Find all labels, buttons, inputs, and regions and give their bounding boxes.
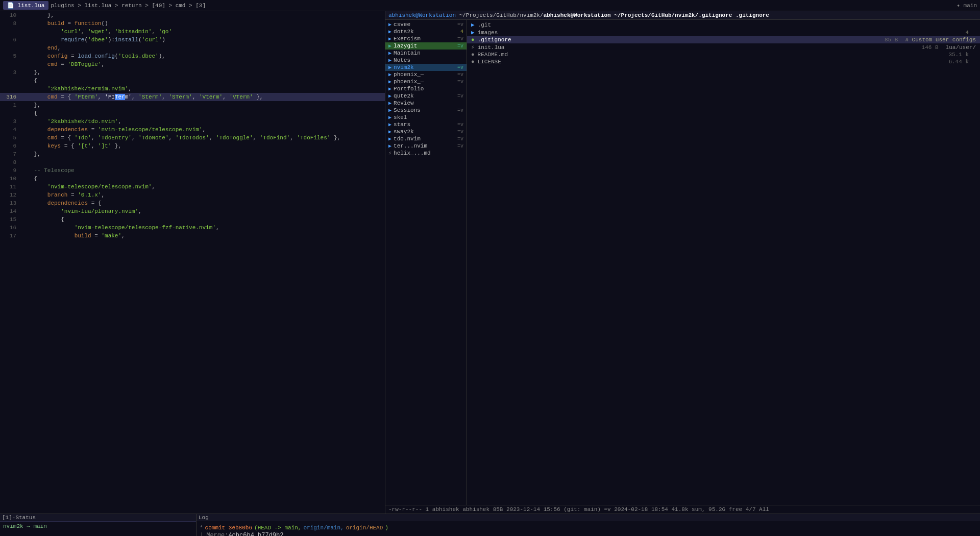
main-layout: 10 }, 8 build = function() 'curl', 'wget… [0,11,980,514]
dir-item[interactable]: ▶ ter...nvim =v [385,142,467,150]
file-detail-item[interactable]: ▶ images 4 [467,29,980,36]
folder-icon: ▶ [388,79,391,85]
dir-item[interactable]: ▶ tdo.nvim =v [385,135,467,142]
code-panel: 10 }, 8 build = function() 'curl', 'wget… [0,11,385,514]
dir-item[interactable]: ▶ phoenix_— =v [385,71,467,78]
dir-item[interactable]: ▶ Portfolio [385,85,467,92]
code-line: 5 cmd = { 'Tdo', 'TdoEntry', 'TdoNote', … [0,134,385,142]
code-line: 10 }, [0,11,385,19]
code-line: 16 'nvim-telescope/telescope-fzf-native.… [0,224,385,232]
dir-item[interactable]: ▶ phoenix_— =v [385,78,467,85]
file-details: ▶ .git ▶ images 4 ● .gitignore 85 B # Cu… [467,20,980,505]
dir-item[interactable]: ▶ csvee =v [385,21,467,28]
folder-icon: ▶ [388,136,391,142]
file-detail-item-gitignore[interactable]: ● .gitignore 85 B # Custom user configs [467,36,980,43]
dir-item[interactable]: ▶ skel [385,114,467,121]
right-bottom-log: Log * commit 3eb80b6 (HEAD -> main, orig… [197,514,980,536]
code-line: 'curl', 'wget', 'bitsadmin', 'go' [0,28,385,36]
code-line: 3 }, [0,68,385,77]
code-line: end, [0,44,385,52]
active-tab[interactable]: 📄 list.lua [3,1,48,10]
code-line: 5 config = load_config('tools.dbee'), [0,52,385,60]
code-line: 7 }, [0,150,385,158]
code-line: { [0,109,385,117]
file-detail-item[interactable]: ⚡ init.lua 146 B lua/user/ [467,43,980,51]
dir-item[interactable]: ▶ Exercism =v [385,35,467,42]
file-status-bar: -rw-r--r-- 1 abhishek abhishek 85B 2023-… [385,505,980,514]
folder-icon: ▶ [388,21,391,28]
right-panel-header: abhishek@Workstation ~/Projects/GitHub/n… [385,11,980,20]
log-header: Log [197,514,980,521]
right-panel: abhishek@Workstation ~/Projects/GitHub/n… [385,11,980,514]
folder-icon: ▶ [388,107,391,113]
folder-icon: ▶ [388,50,391,56]
file-detail-item[interactable]: ● LICENSE 6.44 k [467,58,980,65]
dir-item[interactable]: ▶ dots2k 4 [385,28,467,35]
log-pipe: | Merge: 4cbc6b4 b77d9b2 [200,531,977,536]
code-line: 4 dependencies = 'nvim-telescope/telesco… [0,126,385,134]
code-line: 15 { [0,215,385,224]
code-line: { [0,77,385,85]
file-browser: ▶ csvee =v ▶ dots2k 4 ▶ Exercism =v ▶ la… [385,20,980,505]
log-panel: * commit 3eb80b6 (HEAD -> main, origin/m… [197,521,980,536]
file-detail-item[interactable]: ● README.md 35.1 k [467,51,980,58]
dir-item-lazygit[interactable]: ▶ lazygit =v [385,42,467,50]
dir-list: ▶ csvee =v ▶ dots2k 4 ▶ Exercism =v ▶ la… [385,20,467,505]
code-line: cmd = 'DBToggle', [0,60,385,68]
code-line: 8 [0,158,385,166]
folder-icon: ▶ [388,36,391,42]
folder-icon: ▶ [388,64,391,70]
dir-item[interactable]: ▶ stars =v [385,121,467,128]
folder-icon: ▶ [388,86,391,92]
top-bar-right: ✦ main [957,2,977,9]
dir-item[interactable]: ▶ Sessions =v [385,107,467,114]
code-line: 9 -- Telescope [0,166,385,175]
top-bar-left: 📄 list.lua plugins > list.lua > return >… [3,1,206,10]
code-line: 8 build = function() [0,19,385,28]
folder-icon: ▶ [388,93,391,99]
folder-icon: ▶ [388,100,391,106]
file-detail-item[interactable]: ▶ .git [467,21,980,29]
log-commit: * commit 3eb80b6 (HEAD -> main, origin/m… [200,524,977,536]
left-bottom-panels: [1]-Status nvim2k → main [2]-Files - Wor… [0,514,197,536]
tab-icon: 📄 [7,3,14,9]
folder-icon: ▶ [388,121,391,128]
status-panel-content: nvim2k → main [0,522,196,531]
code-content: 10 }, 8 build = function() 'curl', 'wget… [0,11,385,514]
dir-item[interactable]: ▶ Notes [385,57,467,64]
folder-icon: ▶ [388,57,391,63]
status-panel: [1]-Status nvim2k → main [0,514,196,536]
folder-icon: ▶ [388,43,391,49]
folder-icon: ▶ [388,129,391,135]
code-line-highlighted: 316 cmd = { 'Fterm', 'FITerm', 'Sterm', … [0,93,385,101]
code-line: 6 keys = { '[t', ']t' }, [0,142,385,150]
log-commit-header: * commit 3eb80b6 (HEAD -> main, origin/m… [200,524,977,531]
code-line: 17 build = 'make', [0,232,385,240]
dir-item[interactable]: ▶ sway2k =v [385,128,467,135]
bottom-section: [1]-Status nvim2k → main [2]-Files - Wor… [0,514,980,536]
dir-item-nvim2k[interactable]: ▶ nvim2k =v [385,64,467,71]
code-line: 3 '2kabhishek/tdo.nvim', [0,117,385,126]
dir-item[interactable]: ▶ Review [385,100,467,107]
code-line: '2kabhishek/termim.nvim', [0,85,385,93]
dir-item[interactable]: ▶ Maintain [385,50,467,57]
file-icon: ⚡ [388,150,391,156]
breadcrumb: plugins > list.lua > return > [40] > cmd… [51,3,206,9]
folder-icon: ▶ [388,71,391,78]
header-path: .gitignore [736,12,769,18]
folder-icon: ▶ [388,143,391,149]
folder-icon: ▶ [388,29,391,35]
code-line: 6 require('dbee'):install('curl') [0,36,385,44]
dir-item[interactable]: ▶ qute2k =v [385,92,467,100]
code-line: 13 dependencies = { [0,199,385,207]
top-bar: 📄 list.lua plugins > list.lua > return >… [0,0,980,11]
code-line: 11 'nvim-telescope/telescope.nvim', [0,183,385,191]
dir-item[interactable]: ⚡ helix_...md [385,150,467,157]
code-line: 1 }, [0,101,385,109]
code-line: 10 { [0,175,385,183]
folder-icon: ▶ [388,114,391,120]
code-line: 12 branch = '0.1.x', [0,191,385,199]
status-panel-header: [1]-Status [0,514,196,522]
status-line: nvim2k → main [3,523,193,530]
code-line: 14 'nvim-lua/plenary.nvim', [0,207,385,215]
